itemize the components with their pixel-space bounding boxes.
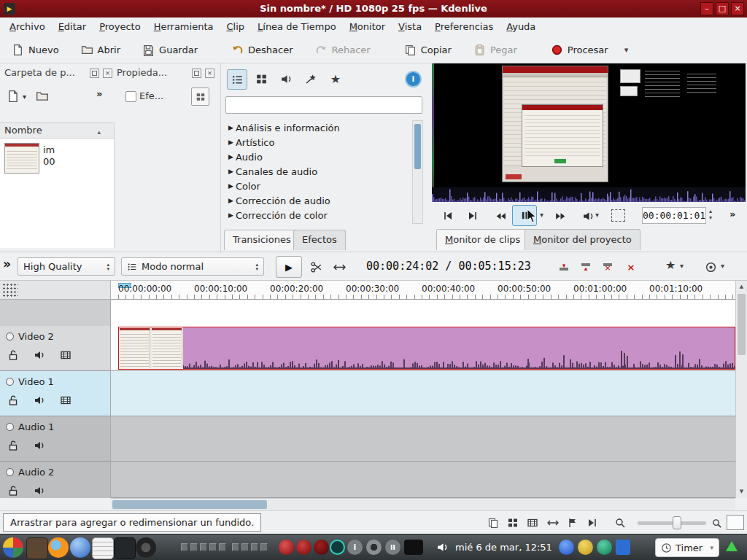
timeline-tracks-area[interactable] <box>111 300 735 498</box>
properties-close-button[interactable]: × <box>205 69 214 78</box>
zoom-in-button[interactable] <box>708 514 725 532</box>
effects-search-input[interactable] <box>225 96 422 114</box>
lock-icon[interactable] <box>7 485 19 497</box>
menu-editar[interactable]: Editar <box>52 18 93 36</box>
menu-linea-de-tiempo[interactable]: Línea de Tiempo <box>251 18 343 36</box>
window-button[interactable] <box>219 543 226 551</box>
timeline-clip-selected[interactable] <box>118 327 735 370</box>
menu-herramienta[interactable]: Herramienta <box>147 18 220 36</box>
speaker-icon[interactable] <box>34 440 45 451</box>
titlebar[interactable]: ▶ Sin nombre* / HD 1080p 25 fps — Kdenli… <box>0 0 747 18</box>
expand-triangle-icon[interactable]: ▶ <box>228 168 233 175</box>
expand-triangle-icon[interactable]: ▶ <box>228 197 233 204</box>
track-lane-audio2[interactable] <box>111 462 735 498</box>
create-folder-button[interactable] <box>34 88 51 105</box>
add-clip-chevron-icon[interactable]: ▾ <box>23 93 26 101</box>
effects-category[interactable]: ▶Canales de audio <box>228 164 317 179</box>
effects-category[interactable]: ▶Artístico <box>228 135 274 149</box>
scrollbar-thumb[interactable] <box>738 294 746 355</box>
track-header-audio2[interactable]: Audio 2 <box>0 462 111 498</box>
scrollbar-thumb[interactable] <box>112 500 267 509</box>
drag-handle-icon[interactable] <box>2 283 18 297</box>
show-markers-toggle[interactable] <box>564 514 581 532</box>
snap-toggle[interactable] <box>584 514 601 532</box>
effects-custom-tab[interactable] <box>301 69 320 88</box>
tray-info-icon[interactable]: i <box>347 540 363 555</box>
tray-pause-icon[interactable] <box>385 540 400 555</box>
globe-tray-icon[interactable] <box>597 540 612 555</box>
documents-icon[interactable] <box>92 537 114 559</box>
lock-icon[interactable] <box>7 394 19 406</box>
track-lane-video1[interactable] <box>111 371 735 416</box>
timer-widget[interactable]: Timer ▾ <box>655 538 719 557</box>
track-header-video1[interactable]: Video 1 <box>0 371 111 416</box>
track-header-video2[interactable]: Video 2 <box>0 326 111 371</box>
maximize-button[interactable]: □ <box>716 2 729 15</box>
effects-category[interactable]: ▶Color <box>228 179 260 193</box>
undo-button[interactable]: Deshacer <box>225 41 298 59</box>
dock-handle-icon[interactable]: » <box>3 257 11 271</box>
favorites-chevron-icon[interactable]: ▾ <box>680 262 684 270</box>
scroll-up-icon[interactable]: ▲ <box>736 281 747 292</box>
scroll-down-icon[interactable]: ▼ <box>736 486 747 497</box>
video-display[interactable] <box>432 63 746 187</box>
spacer-tool-button[interactable] <box>330 258 349 276</box>
show-thumbnails-toggle[interactable] <box>504 514 522 532</box>
preview-render-button[interactable] <box>702 258 719 276</box>
play-options-chevron-icon[interactable]: ▾ <box>540 211 543 219</box>
project-bin-list[interactable]: im 00 <box>0 139 115 248</box>
zoom-fit-button[interactable] <box>611 514 629 532</box>
bin-clip-item[interactable]: im 00 <box>4 143 111 178</box>
spin-down-icon[interactable]: ▾ <box>709 214 712 221</box>
tray-record-icon[interactable] <box>279 540 294 555</box>
menu-monitor[interactable]: Monitor <box>343 18 392 36</box>
expand-triangle-icon[interactable]: ▶ <box>228 139 233 146</box>
expand-triangle-icon[interactable]: ▶ <box>228 124 233 131</box>
spin-up-icon[interactable]: ▴ <box>709 208 712 214</box>
lock-icon[interactable] <box>7 349 19 361</box>
delete-zone-button[interactable]: × <box>622 258 640 276</box>
properties-float-button[interactable] <box>192 69 201 78</box>
automatic-transitions-toggle[interactable] <box>484 514 502 532</box>
save-button[interactable]: Guardar <box>136 41 204 59</box>
project-bin-dock-title[interactable]: Carpeta de p... <box>4 67 75 78</box>
expand-triangle-icon[interactable]: ▶ <box>228 153 233 160</box>
menu-clip[interactable]: Clip <box>220 18 251 36</box>
show-video-thumbs-toggle[interactable] <box>524 514 541 532</box>
insert-zone-button[interactable]: ▾ <box>554 258 573 276</box>
effects-scrollbar[interactable] <box>412 120 423 224</box>
zoom-slider[interactable] <box>638 521 706 525</box>
effects-favorites-tab[interactable]: ★ <box>326 69 345 88</box>
add-clip-button[interactable] <box>4 88 22 105</box>
taskbar-clock[interactable]: mié 6 de mar, 12:51 <box>455 534 552 560</box>
razor-tool-button[interactable] <box>306 258 325 276</box>
document-tray-icon[interactable] <box>616 540 630 555</box>
effects-category[interactable]: ▶Audio <box>228 149 263 164</box>
resize-mode-toggle[interactable] <box>544 514 562 532</box>
window-button[interactable] <box>209 543 217 551</box>
film-icon[interactable] <box>60 349 71 361</box>
effects-category[interactable]: ▶Análisis e información <box>228 120 340 135</box>
expand-triangle-icon[interactable]: ▶ <box>228 182 233 190</box>
extract-zone-button[interactable]: × <box>598 258 617 276</box>
window-button[interactable] <box>260 543 268 551</box>
effects-checkbox[interactable] <box>125 91 136 102</box>
effects-category[interactable]: ▶Corrección de color <box>228 208 328 222</box>
fast-forward-button[interactable] <box>551 206 569 225</box>
timeline-vertical-scrollbar[interactable]: ▲ ▼ <box>735 281 747 498</box>
properties-dock-title[interactable]: Propieda... <box>117 67 167 78</box>
minimize-button[interactable]: – <box>700 2 713 15</box>
paste-button[interactable]: Pegar <box>468 41 523 59</box>
volume-tray-icon[interactable] <box>436 541 449 553</box>
target-track-icon[interactable] <box>6 378 14 386</box>
volume-button[interactable] <box>579 206 597 225</box>
tab-transiciones[interactable]: Transiciones <box>224 230 300 250</box>
go-to-end-button[interactable] <box>464 206 481 225</box>
go-to-start-button[interactable] <box>439 206 457 225</box>
preview-chevron-icon[interactable]: ▾ <box>721 262 724 270</box>
location-pin-icon[interactable] <box>559 540 574 555</box>
app-menu-icon[interactable] <box>3 537 23 558</box>
timeline-horizontal-scrollbar[interactable] <box>111 498 735 510</box>
timeline-ruler[interactable]: 00:00:00:00 00:00:10:00 00:00:20:00 00:0… <box>111 281 735 300</box>
target-track-icon[interactable] <box>6 468 14 476</box>
